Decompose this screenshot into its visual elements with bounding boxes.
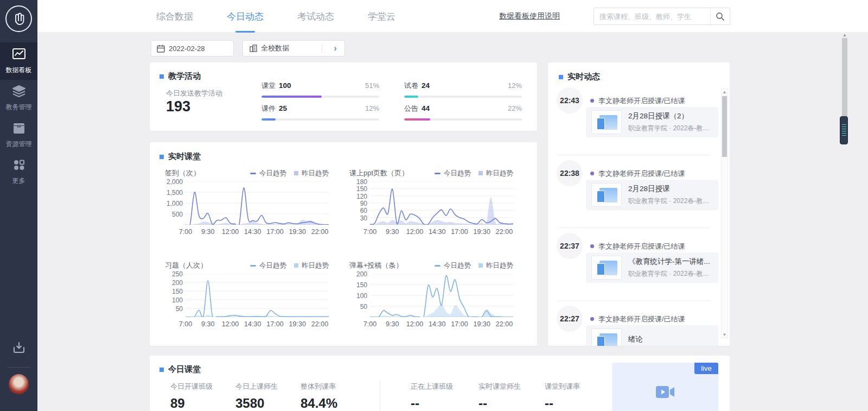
legend-yesterday-label: 昨日趋势 bbox=[486, 261, 513, 270]
stats-divider bbox=[380, 381, 380, 411]
feed-course-card[interactable]: 2月28日授课（2） 职业教育学院 · 2022春-教育2... bbox=[586, 107, 718, 137]
sidebar-item-academic[interactable]: 教务管理 bbox=[0, 79, 37, 117]
legend-yesterday-label: 昨日趋势 bbox=[302, 169, 329, 178]
realtime-classroom-title: 实时课堂 bbox=[168, 151, 201, 162]
tab-today-activity[interactable]: 今日动态 bbox=[227, 0, 264, 33]
user-avatar[interactable] bbox=[9, 374, 29, 394]
sidebar-item-more[interactable]: 更多 bbox=[0, 153, 37, 191]
feed-scrollbar[interactable]: ▲ ▼ bbox=[721, 88, 728, 338]
event-dot-icon bbox=[590, 244, 594, 248]
scroll-up-arrow-icon[interactable]: ▲ bbox=[722, 90, 727, 94]
chart-danmaku: 弹幕+投稿（条） 今日趋势 昨日趋势 20015010050 7:009:301… bbox=[349, 261, 513, 329]
feed-scrollbar-thumb[interactable] bbox=[722, 96, 727, 157]
legend-today-label: 今日趋势 bbox=[444, 261, 471, 270]
legend-today-label: 今日趋势 bbox=[259, 261, 286, 270]
page-scroll-up-arrow-icon[interactable]: ▲ bbox=[841, 33, 848, 37]
bar-fill bbox=[404, 96, 418, 98]
y-axis-labels: 180150120906030 bbox=[349, 181, 370, 225]
legend-yesterday-mark bbox=[294, 171, 298, 175]
course-subtitle: 职业教育学院 · 2022春-教育2... bbox=[628, 197, 713, 206]
legend-today-label: 今日趋势 bbox=[444, 169, 471, 178]
legend-today-mark bbox=[435, 265, 441, 267]
sidebar-item-label: 教务管理 bbox=[0, 103, 37, 112]
stat-value: 89 bbox=[170, 396, 213, 411]
stat-attendees: 今日上课师生 3580 bbox=[235, 382, 278, 411]
stat-label: 实时课堂师生 bbox=[478, 382, 521, 391]
page-scroll-drag-handle[interactable] bbox=[840, 116, 848, 144]
bar-percent: 22% bbox=[508, 104, 522, 112]
feed-course-card[interactable]: 绪论 bbox=[586, 325, 718, 346]
dashboard-screen: 数据看板 教务管理 资源管理 bbox=[0, 0, 868, 411]
sidebar-divider bbox=[7, 367, 30, 368]
bar-row-announcement: 公告4422% bbox=[404, 104, 522, 121]
bar-value: 44 bbox=[422, 104, 430, 112]
scope-select[interactable]: 全校数据 › bbox=[242, 40, 345, 56]
chart-checkin: 签到（次） 今日趋势 昨日趋势 2,0001,5001,000500 7:009… bbox=[165, 168, 329, 237]
bar-value: 100 bbox=[279, 81, 291, 90]
feed-course-card[interactable]: 《教育统计学-第一讲绪... 职业教育学院 · 2022春-教育2... bbox=[586, 252, 718, 283]
stat-live-rate: 课堂到课率 -- bbox=[545, 382, 580, 411]
toolbox-icon bbox=[12, 122, 26, 135]
feed-event-text: 李文静老师开启授课/已结课 bbox=[590, 96, 685, 106]
tab-exam-activity[interactable]: 考试动态 bbox=[297, 0, 334, 33]
teaching-activity-card: 教学活动 今日发送教学活动 193 课堂10051% 试卷2412% 课件251… bbox=[150, 62, 537, 131]
more-grid-icon bbox=[12, 159, 25, 172]
download-button[interactable] bbox=[0, 341, 37, 356]
scope-expand-chevron-icon[interactable]: › bbox=[326, 43, 344, 53]
realtime-feed-title: 实时动态 bbox=[567, 72, 600, 82]
school-logo bbox=[5, 5, 32, 32]
course-title: 2月28日授课（2） bbox=[628, 111, 713, 121]
section-bullet bbox=[159, 155, 164, 159]
bar-value: 24 bbox=[422, 81, 430, 90]
stat-live-classes: 正在上课班级 -- bbox=[411, 382, 453, 411]
sidebar-item-resources[interactable]: 资源管理 bbox=[0, 116, 37, 154]
activity-summary-label: 今日发送教学活动 bbox=[166, 88, 222, 98]
chart-plot bbox=[370, 274, 513, 317]
y-axis-labels: 25020015010050 bbox=[165, 274, 186, 317]
stat-value: -- bbox=[411, 396, 453, 411]
stat-value: 84.4% bbox=[301, 396, 337, 411]
feed-time: 22:37 bbox=[557, 233, 583, 259]
legend-today-label: 今日趋势 bbox=[259, 169, 286, 178]
tab-overall-data[interactable]: 综合数据 bbox=[156, 0, 193, 33]
feed-course-card[interactable]: 2月28日授课 职业教育学院 · 2022春-教育2... bbox=[586, 180, 718, 210]
bar-value: 25 bbox=[279, 104, 287, 112]
chart-plot bbox=[186, 181, 329, 225]
bar-row-exam: 试卷2412% bbox=[404, 81, 522, 98]
sidebar-item-label: 更多 bbox=[0, 176, 37, 186]
chart-plot bbox=[186, 274, 329, 317]
stat-label: 今日上课师生 bbox=[235, 382, 278, 391]
sidebar-item-dashboard[interactable]: 数据看板 bbox=[0, 42, 37, 80]
y-axis-labels: 2,0001,5001,000500 bbox=[165, 181, 186, 225]
stat-label: 今日开课班级 bbox=[170, 382, 213, 391]
live-badge: live bbox=[694, 363, 718, 374]
bar-fill bbox=[261, 118, 276, 121]
legend-today-mark bbox=[250, 173, 256, 174]
topbar: 综合数据 今日动态 考试动态 学堂云 数据看板使用说明 bbox=[37, 0, 868, 33]
course-subtitle: 职业教育学院 · 2022春-教育2... bbox=[628, 124, 713, 133]
date-picker[interactable]: 2022-02-28 bbox=[151, 40, 234, 56]
drag-handle-dots-icon bbox=[842, 124, 846, 136]
section-bullet bbox=[159, 368, 164, 372]
dashboard-chart-icon bbox=[12, 48, 26, 61]
page-scrollbar-thumb[interactable] bbox=[842, 38, 847, 118]
bar-fill bbox=[404, 118, 430, 121]
search-input[interactable] bbox=[594, 12, 710, 21]
bar-track bbox=[404, 118, 522, 121]
scroll-down-arrow-icon[interactable]: ▼ bbox=[722, 332, 727, 337]
dashboard-help-link[interactable]: 数据看板使用说明 bbox=[499, 0, 560, 33]
search-button[interactable] bbox=[710, 8, 730, 24]
bar-track bbox=[404, 96, 522, 98]
course-title: 2月28日授课 bbox=[628, 184, 713, 194]
feed-event-text: 李文静老师开启授课/已结课 bbox=[590, 242, 685, 251]
feed-divider bbox=[559, 227, 710, 228]
chart-title: 弹幕+投稿（条） bbox=[349, 261, 403, 270]
scope-value: 全校数据 bbox=[261, 43, 289, 53]
stat-value: -- bbox=[478, 396, 521, 411]
bar-percent: 51% bbox=[365, 81, 379, 90]
tab-xuetangyun[interactable]: 学堂云 bbox=[368, 0, 395, 33]
live-preview-panel[interactable]: live 无直播课程 bbox=[612, 363, 718, 411]
bar-label: 试卷 bbox=[404, 81, 418, 91]
stat-label: 课堂到课率 bbox=[545, 382, 580, 391]
stat-label: 整体到课率 bbox=[301, 382, 337, 391]
